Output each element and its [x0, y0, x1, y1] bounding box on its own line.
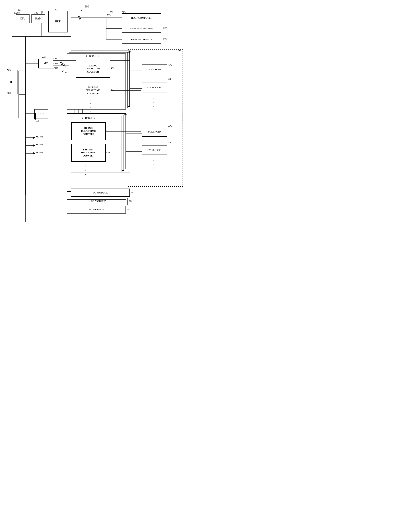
ref-47a: 47a	[168, 125, 172, 128]
dots-right-1: •••	[152, 96, 154, 109]
hub-ref: 505	[36, 119, 39, 122]
svg-line-18	[63, 63, 64, 67]
mc-label: MC	[44, 62, 48, 65]
ref-433-mid: 433	[106, 151, 110, 154]
ref-413-2: 413	[129, 200, 132, 202]
ref-415-mid: 415	[124, 113, 127, 116]
cpu-label: CPU	[20, 17, 25, 20]
io-module-2: I/O MODULE	[69, 197, 128, 205]
storage-medium-ref: 507	[163, 27, 167, 30]
rising-counter-2: RISINGDELAY TIMECOUNTER	[71, 122, 106, 140]
svg-marker-40	[33, 152, 35, 155]
ch2-label: CH2	[53, 67, 58, 70]
ref-300: 300	[85, 5, 89, 8]
ref-201: 201	[178, 49, 182, 52]
svg-line-3	[78, 16, 80, 20]
io-module-2-label: I/O MODULE	[91, 200, 106, 203]
ref-37a: 37a	[168, 64, 172, 67]
io-board-2-label: I/O BOARD	[81, 117, 95, 120]
ref-413-3: 413	[127, 208, 130, 211]
ref-433-top: 433	[111, 89, 114, 91]
ram-ref: 305	[34, 11, 38, 14]
user-interface-box: USER INTERFACE	[122, 35, 161, 44]
cv-sensor-1-label: CV SENSOR	[148, 86, 162, 89]
svg-marker-65	[9, 81, 12, 83]
ch0-label: CH0	[53, 57, 58, 60]
user-interface-ref: 501	[163, 37, 167, 40]
ch1-label: CH1	[53, 62, 58, 65]
io-module-3-label: I/O MODULE	[89, 208, 104, 211]
dots-2: •••	[85, 164, 86, 177]
cpu-ref: 303	[16, 11, 20, 14]
dots-right-2: •••	[152, 159, 154, 171]
falling-counter-2: FALLINGDELAY TIMECOUNTER	[71, 144, 106, 162]
svg-marker-36	[33, 136, 35, 139]
ec-ref: 301	[18, 8, 22, 11]
cv-sensor-2-box: CV SENSOR	[142, 145, 167, 155]
cv-sensor-1-box: CV SENSOR	[142, 82, 167, 92]
svg-line-72	[61, 61, 63, 65]
io-module-1-label: I/O MODULE	[93, 191, 108, 194]
arrow-503-bot: }	[10, 92, 12, 95]
hub-box: HUB	[34, 109, 48, 119]
hdd-box: HDD	[48, 11, 68, 32]
io-module-3: I/O MODULE	[67, 206, 126, 214]
solenoid-2-box: SOLENOID	[142, 127, 167, 137]
mc401-label-2: MC401	[36, 143, 43, 146]
solenoid-1-label: SOLENOID	[148, 68, 161, 71]
host-computer-label: HOST COMPUTER	[131, 16, 152, 19]
falling-counter-1: FALLINGDELAY TIMECOUNTER	[76, 82, 110, 99]
arrow-503-top: }	[10, 69, 12, 72]
mc401-label-1: MC401	[36, 135, 43, 138]
hdd-ref: 307	[55, 8, 58, 11]
mc401-label-3: MC401	[36, 151, 43, 154]
ram-box: RAM	[31, 14, 45, 23]
svg-line-19	[64, 63, 65, 67]
hdd-label: HDD	[55, 20, 61, 23]
io-module-1: I/O MODULE	[71, 189, 130, 197]
arrow-411: ↙	[62, 69, 64, 73]
user-interface-label: USER INTERFACE	[131, 38, 152, 41]
mc-box: MC	[38, 59, 53, 68]
io-board-1-label: I/O BOARD	[85, 55, 98, 58]
arrow-300: ↙	[80, 7, 83, 12]
solenoid-1-box: SOLENOID	[142, 65, 167, 74]
rising-counter-1: RISINGDELAY TIMECOUNTER	[76, 60, 110, 78]
ref-601: 601	[107, 13, 111, 16]
ref-413-1: 413	[131, 191, 134, 194]
host-computer-box: HOST COMPUTER	[122, 13, 161, 22]
solenoid-2-label: SOLENOID	[148, 130, 161, 133]
ref-49: 49	[168, 141, 171, 144]
diagram: 300 ↙ 301 EC CPU 303 RAM 305 HDD 307 HOS…	[0, 0, 197, 240]
ref-415-top: 415	[128, 51, 131, 54]
ref-603: 603	[122, 11, 126, 14]
ram-label: RAM	[35, 17, 42, 20]
dots-1: •••	[90, 102, 91, 114]
ref-431-mid: 431	[106, 129, 110, 132]
storage-medium-label: STORAGE MEDIUM	[130, 27, 153, 30]
svg-line-4	[79, 16, 81, 20]
ref-431-top: 431	[111, 67, 114, 70]
svg-line-71	[60, 61, 62, 65]
hub-label: HUB	[38, 112, 44, 116]
svg-marker-38	[33, 144, 35, 147]
cpu-box: CPU	[16, 14, 30, 23]
cv-sensor-2-label: CV SENSOR	[148, 148, 162, 152]
ref-39: 39	[168, 78, 171, 81]
mc-ref: 401	[42, 56, 46, 59]
storage-medium-box: STORAGE MEDIUM	[122, 24, 161, 33]
